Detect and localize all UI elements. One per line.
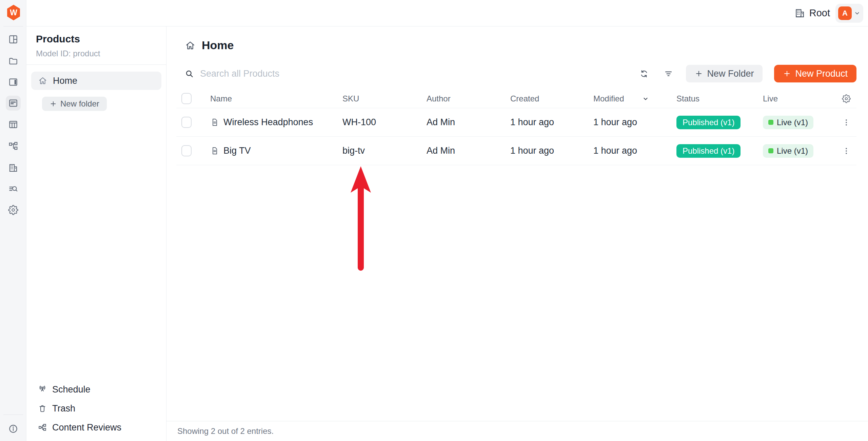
live-badge: Live (v1) (763, 144, 813, 158)
sidebar-item-trash[interactable]: Trash (31, 401, 161, 416)
chevron-down-icon (854, 10, 861, 17)
cell-name: Wireless Headphones (200, 117, 342, 128)
sidebar-item-schedule[interactable]: Schedule (31, 382, 161, 397)
row-actions-button[interactable] (839, 115, 854, 130)
main-content: Home New Folder New Product (166, 26, 868, 441)
rail-item-page-builder[interactable] (6, 75, 21, 90)
new-folder-button[interactable]: New Folder (686, 65, 763, 82)
gear-icon (8, 205, 18, 215)
red-annotation-arrow (350, 166, 372, 274)
column-header-sku: SKU (342, 94, 427, 103)
refresh-button[interactable] (636, 66, 651, 81)
webiny-logo[interactable]: W (6, 5, 21, 20)
kebab-menu-icon (842, 147, 851, 155)
column-settings-button[interactable] (839, 91, 854, 106)
table-row[interactable]: Wireless Headphones WH-100 Ad Min 1 hour… (176, 108, 856, 137)
rail-item-tenant-manager[interactable] (6, 160, 21, 175)
row-actions-button[interactable] (839, 143, 854, 158)
document-icon (210, 118, 219, 127)
cell-modified: 1 hour ago (593, 117, 676, 128)
rail-divider (3, 26, 23, 26)
cell-name: Big TV (200, 146, 342, 156)
sidebar-bottom: Schedule Trash Content Reviews (31, 382, 161, 435)
logo-letter: W (10, 8, 17, 17)
sort-chevron-icon[interactable] (642, 95, 649, 102)
sitemap-icon (8, 141, 18, 151)
new-product-button[interactable]: New Product (774, 65, 856, 82)
live-dot (768, 120, 773, 125)
search-input[interactable] (200, 69, 403, 79)
model-id: Model ID: product (36, 49, 157, 58)
info-icon (8, 424, 18, 434)
row-checkbox[interactable] (181, 145, 192, 156)
select-all-checkbox[interactable] (181, 93, 192, 104)
cell-modified: 1 hour ago (593, 146, 676, 156)
row-checkbox[interactable] (181, 117, 192, 128)
controls-row: New Folder New Product (185, 65, 856, 82)
entries-table: Name SKU Author Created Modified Status … (176, 89, 856, 165)
folder-icon (8, 56, 18, 66)
sidebar-item-label: Schedule (52, 384, 91, 395)
table-footer: Showing 2 out of 2 entries. (166, 421, 868, 441)
cell-sku: big-tv (342, 146, 427, 156)
tenant-selector[interactable]: Root (794, 7, 830, 19)
folder-item-home[interactable]: Home (31, 72, 161, 90)
live-dot (768, 148, 773, 153)
form-builder-icon (8, 119, 18, 130)
live-badge: Live (v1) (763, 116, 813, 129)
sidebar-new-folder-button[interactable]: New folder (42, 97, 107, 111)
model-sidebar: Products Model ID: product Home New fold… (26, 26, 166, 441)
status-badge: Published (v1) (676, 116, 741, 129)
rail-item-headless-cms[interactable] (6, 96, 21, 111)
column-header-author: Author (427, 94, 510, 103)
page-builder-icon (8, 77, 18, 87)
model-title: Products (36, 33, 157, 45)
sidebar-item-content-reviews[interactable]: Content Reviews (31, 420, 161, 435)
status-badge: Published (v1) (676, 144, 741, 158)
rail-item-audit-logs[interactable] (6, 181, 21, 196)
refresh-icon (639, 69, 649, 78)
column-header-name: Name (200, 94, 342, 103)
icon-rail: W (0, 0, 26, 441)
rail-item-info[interactable] (6, 421, 21, 436)
rail-item-workflows[interactable] (6, 139, 21, 154)
dashboard-icon (8, 34, 18, 44)
table-header-row: Name SKU Author Created Modified Status … (176, 89, 856, 108)
app-window: W (0, 0, 868, 441)
building-icon (794, 8, 805, 19)
rail-item-settings[interactable] (6, 203, 21, 217)
plus-icon (50, 100, 57, 108)
top-bar: Root A (26, 0, 868, 26)
cell-sku: WH-100 (342, 117, 427, 128)
search-box (185, 69, 636, 79)
plus-icon (695, 70, 703, 78)
filter-icon (664, 69, 673, 78)
search-icon (185, 69, 194, 78)
rail-item-dashboard[interactable] (6, 32, 21, 47)
table-row[interactable]: Big TV big-tv Ad Min 1 hour ago 1 hour a… (176, 137, 856, 165)
cell-created: 1 hour ago (510, 117, 593, 128)
column-header-modified: Modified (593, 94, 676, 103)
user-menu[interactable]: A (835, 4, 863, 23)
workflow-icon (38, 423, 47, 432)
new-folder-label: New folder (60, 99, 99, 109)
avatar: A (838, 6, 852, 20)
page-heading: Home (166, 26, 868, 52)
sidebar-item-label: Trash (52, 403, 75, 414)
model-header: Products Model ID: product (26, 26, 166, 65)
home-icon (38, 76, 47, 85)
rail-item-folders[interactable] (6, 54, 21, 69)
trash-icon (38, 404, 47, 413)
filter-button[interactable] (661, 66, 676, 81)
home-icon (185, 40, 196, 51)
rail-item-form-builder[interactable] (6, 117, 21, 132)
building-icon (8, 163, 18, 173)
broadcast-icon (38, 385, 47, 394)
cell-author: Ad Min (427, 117, 510, 128)
new-product-button-label: New Product (795, 69, 848, 79)
gear-icon (842, 94, 851, 103)
column-header-created: Created (510, 94, 593, 103)
plus-icon (783, 70, 791, 78)
kebab-menu-icon (842, 118, 851, 127)
rail-divider (3, 415, 23, 415)
